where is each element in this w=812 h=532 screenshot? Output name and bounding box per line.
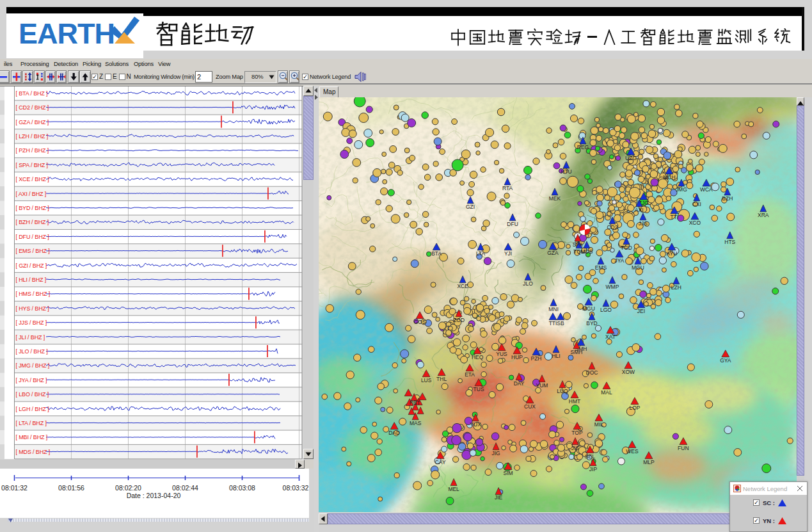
svg-text:HLI: HLI: [552, 352, 560, 359]
svg-text:[ LTA / BHZ ]: [ LTA / BHZ ]: [16, 420, 47, 426]
svg-text:THL: THL: [436, 375, 447, 382]
svg-text:08:02:44: 08:02:44: [172, 484, 198, 492]
svg-text:WCA: WCA: [700, 186, 713, 192]
svg-text:08:02:20: 08:02:20: [115, 484, 141, 492]
svg-text:AXI: AXI: [635, 206, 644, 213]
svg-text:LUQ: LUQ: [557, 387, 568, 394]
svg-text:[ LZH / BHZ ]: [ LZH / BHZ ]: [16, 133, 49, 140]
svg-text:Date : 2013-04-20: Date : 2013-04-20: [127, 492, 181, 499]
svg-text:[ LGH / BHZ ]: [ LGH / BHZ ]: [16, 406, 49, 412]
svg-text:JMG: JMG: [676, 186, 687, 192]
svg-text:CUX: CUX: [524, 403, 536, 409]
svg-text:ETA: ETA: [465, 371, 475, 377]
svg-text:HMT: HMT: [569, 398, 580, 404]
svg-text:SB: SB: [557, 319, 564, 326]
svg-text:[ GZA / BHZ ]: [ GZA / BHZ ]: [16, 119, 49, 125]
svg-text:YUX: YUX: [470, 421, 481, 427]
svg-text:08:01:56: 08:01:56: [58, 484, 84, 492]
svg-text:[ JLI / BHZ ]: [ JLI / BHZ ]: [16, 334, 45, 341]
svg-text:CD2: CD2: [607, 223, 617, 230]
svg-text:[ HLI / BHZ ]: [ HLI / BHZ ]: [16, 277, 47, 283]
svg-text:TUS: TUS: [474, 385, 484, 392]
svg-text:WMP: WMP: [606, 283, 619, 289]
svg-text:YJI: YJI: [504, 250, 512, 256]
svg-text:[ JLO / BHZ ]: [ JLO / BHZ ]: [16, 348, 48, 355]
svg-text:[ HYS / BHZ ]: [ HYS / BHZ ]: [16, 305, 49, 312]
svg-text:TGD: TGD: [621, 244, 632, 250]
svg-text:XCE: XCE: [457, 282, 468, 289]
svg-text:HTU: HTU: [561, 168, 571, 174]
svg-text:XAT: XAT: [605, 333, 616, 339]
svg-text:MAS: MAS: [410, 419, 422, 426]
svg-text:MAL: MAL: [601, 389, 612, 395]
svg-text:LGO: LGO: [600, 306, 612, 312]
svg-text:RTA: RTA: [502, 184, 513, 191]
svg-text:ZOD: ZOD: [453, 316, 465, 323]
svg-text:08:01:32: 08:01:32: [1, 484, 28, 492]
svg-text:TOP: TOP: [571, 429, 583, 435]
svg-text:MGU: MGU: [582, 305, 595, 311]
svg-text:WES: WES: [626, 447, 639, 454]
svg-text:[ PZH / BHZ ]: [ PZH / BHZ ]: [16, 147, 49, 154]
svg-text:HEQ: HEQ: [472, 353, 484, 360]
svg-text:LOP: LOP: [629, 404, 640, 410]
svg-text:SPA: SPA: [573, 241, 584, 247]
svg-text:MIL: MIL: [594, 421, 603, 427]
svg-text:[ BZH / BHZ ]: [ BZH / BHZ ]: [16, 219, 49, 225]
svg-text:[ JJS / BHZ ]: [ JJS / BHZ ]: [16, 319, 47, 326]
svg-text:GZI: GZI: [466, 203, 475, 209]
svg-text:EMS: EMS: [595, 264, 607, 270]
svg-text:[ MDS / BHZ ]: [ MDS / BHZ ]: [16, 449, 51, 455]
svg-text:DAD: DAD: [388, 429, 400, 435]
svg-text:UZG: UZG: [625, 154, 637, 161]
svg-text:JEI: JEI: [637, 307, 645, 314]
svg-text:[ LBO / BHZ ]: [ LBO / BHZ ]: [16, 391, 49, 398]
svg-text:08:03:08: 08:03:08: [229, 484, 255, 492]
svg-text:JIG: JIG: [491, 449, 500, 456]
svg-text:DFU: DFU: [507, 220, 518, 227]
svg-text:REG: REG: [577, 143, 589, 150]
svg-text:MEL: MEL: [448, 485, 459, 492]
svg-text:JIS: JIS: [571, 444, 580, 451]
svg-text:[ EMS / BHZ ]: [ EMS / BHZ ]: [16, 248, 50, 254]
svg-text:YUM: YUM: [536, 382, 548, 388]
svg-text:TTI: TTI: [549, 319, 557, 326]
svg-text:MNI: MNI: [548, 305, 559, 312]
svg-text:MCH: MCH: [663, 173, 675, 180]
svg-text:JJS: JJS: [639, 220, 648, 226]
svg-text:[ CD2 / BHZ ]: [ CD2 / BHZ ]: [16, 104, 49, 111]
svg-text:HUP: HUP: [511, 353, 523, 360]
svg-text:MGU: MGU: [632, 264, 644, 270]
svg-text:FUN: FUN: [678, 444, 689, 451]
svg-text:CXI: CXI: [692, 200, 701, 207]
svg-text:JIE: JIE: [495, 494, 503, 501]
svg-text:[ JMG / BHZ ]: [ JMG / BHZ ]: [16, 362, 50, 369]
svg-text:[ MBI / BHZ ]: [ MBI / BHZ ]: [16, 434, 48, 440]
svg-text:MLP: MLP: [643, 458, 655, 465]
svg-text:[ GZI / BHZ ]: [ GZI / BHZ ]: [16, 262, 47, 269]
svg-text:GZA: GZA: [547, 249, 559, 255]
svg-text:SMH: SMH: [571, 348, 583, 355]
svg-text:RBT: RBT: [410, 399, 420, 405]
svg-text:[ BYD / BHZ ]: [ BYD / BHZ ]: [16, 205, 49, 211]
svg-text:AYU: AYU: [666, 250, 677, 256]
svg-text:GYA: GYA: [720, 357, 731, 363]
svg-text:MDS: MDS: [581, 248, 593, 254]
svg-text:[ BTA / BHZ ]: [ BTA / BHZ ]: [16, 90, 48, 97]
svg-text:BTA: BTA: [431, 250, 442, 256]
svg-text:JIP: JIP: [589, 465, 598, 472]
svg-text:MEK: MEK: [549, 195, 561, 201]
svg-text:[ HMS / BHZ ]: [ HMS / BHZ ]: [16, 291, 51, 297]
svg-text:SEL: SEL: [585, 453, 595, 459]
svg-text:HTS: HTS: [724, 238, 735, 245]
svg-text:CAY: CAY: [435, 458, 446, 465]
svg-text:[ XCE / BHZ ]: [ XCE / BHZ ]: [16, 176, 49, 182]
svg-text:YUS: YUS: [496, 350, 507, 357]
svg-text:LUS: LUS: [421, 376, 432, 383]
svg-text:BZH: BZH: [722, 195, 733, 201]
svg-text:SIM: SIM: [504, 469, 513, 476]
svg-text:[ AXI / BHZ ]: [ AXI / BHZ ]: [16, 191, 47, 197]
svg-text:08:03:32: 08:03:32: [283, 484, 309, 492]
svg-text:TTI: TTI: [670, 213, 678, 220]
svg-text:BYD: BYD: [586, 319, 597, 326]
